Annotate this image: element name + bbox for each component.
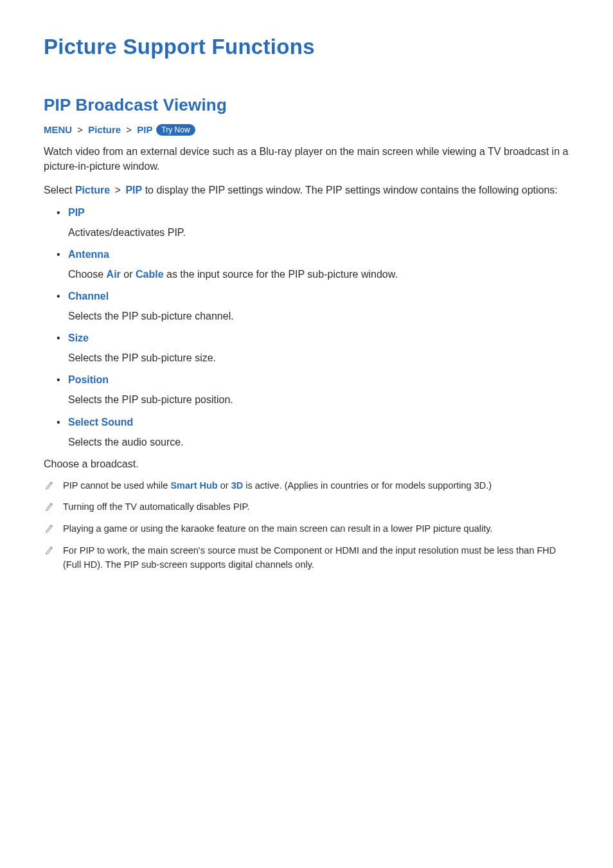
- text: or: [218, 480, 231, 491]
- keyword-smart-hub: Smart Hub: [170, 480, 217, 491]
- option-title: Channel: [68, 291, 573, 302]
- page-title: Picture Support Functions: [44, 35, 573, 59]
- option-description: Activates/deactivates PIP.: [68, 227, 186, 238]
- options-list: PIP Activates/deactivates PIP. Antenna C…: [44, 207, 573, 449]
- breadcrumb-item-pip: PIP: [137, 124, 152, 135]
- option-description: Selects the PIP sub-picture channel.: [68, 311, 234, 321]
- breadcrumb-separator: >: [123, 124, 134, 135]
- option-description: Selects the audio source.: [68, 437, 184, 448]
- section-title: PIP Broadcast Viewing: [44, 95, 573, 115]
- option-title: PIP: [68, 207, 573, 219]
- option-channel: Channel Selects the PIP sub-picture chan…: [59, 291, 573, 323]
- option-description: Choose Air or Cable as the input source …: [68, 269, 398, 280]
- option-description: Selects the PIP sub-picture position.: [68, 394, 233, 405]
- text: as the input source for the PIP sub-pict…: [164, 269, 398, 280]
- breadcrumb: MENU > Picture > PIP Try Now: [44, 124, 573, 136]
- note-text: Turning off the TV automatically disable…: [63, 500, 249, 514]
- intro-paragraph: Watch video from an external device such…: [44, 144, 573, 174]
- note-item: PIP cannot be used while Smart Hub or 3D…: [44, 479, 573, 493]
- text: to display the PIP settings window. The …: [142, 185, 558, 195]
- note-text: PIP cannot be used while Smart Hub or 3D…: [63, 479, 492, 493]
- try-now-button[interactable]: Try Now: [156, 124, 195, 136]
- keyword-air: Air: [107, 269, 121, 280]
- pencil-icon: [45, 545, 54, 555]
- option-size: Size Selects the PIP sub-picture size.: [59, 332, 573, 365]
- note-text: For PIP to work, the main screen's sourc…: [63, 544, 573, 572]
- keyword-cable: Cable: [136, 269, 164, 280]
- option-title: Antenna: [68, 249, 573, 260]
- pencil-icon: [45, 480, 54, 490]
- option-position: Position Selects the PIP sub-picture pos…: [59, 374, 573, 407]
- note-item: Playing a game or using the karaoke feat…: [44, 522, 573, 536]
- breadcrumb-item-menu: MENU: [44, 124, 72, 135]
- text: is active. (Applies in countries or for …: [243, 480, 492, 491]
- select-paragraph: Select Picture > PIP to display the PIP …: [44, 183, 573, 197]
- keyword-picture: Picture: [75, 185, 110, 195]
- option-pip: PIP Activates/deactivates PIP.: [59, 207, 573, 240]
- document-page: Picture Support Functions PIP Broadcast …: [0, 0, 613, 605]
- pencil-icon: [45, 501, 54, 511]
- notes-list: PIP cannot be used while Smart Hub or 3D…: [44, 479, 573, 572]
- pencil-icon: [45, 523, 54, 533]
- breadcrumb-item-picture: Picture: [88, 124, 121, 135]
- breadcrumb-separator: >: [75, 124, 85, 135]
- option-select-sound: Select Sound Selects the audio source.: [59, 417, 573, 449]
- note-item: For PIP to work, the main screen's sourc…: [44, 544, 573, 572]
- option-title: Position: [68, 374, 573, 386]
- breadcrumb-separator: >: [110, 185, 125, 195]
- option-antenna: Antenna Choose Air or Cable as the input…: [59, 249, 573, 282]
- option-title: Select Sound: [68, 417, 573, 428]
- note-item: Turning off the TV automatically disable…: [44, 500, 573, 514]
- text: Select: [44, 185, 75, 195]
- keyword-pip: PIP: [125, 185, 142, 195]
- keyword-3d: 3D: [231, 480, 244, 491]
- text: Choose: [68, 269, 107, 280]
- note-text: Playing a game or using the karaoke feat…: [63, 522, 492, 536]
- text: or: [121, 269, 136, 280]
- option-title: Size: [68, 332, 573, 344]
- text: PIP cannot be used while: [63, 480, 170, 491]
- option-description: Selects the PIP sub-picture size.: [68, 352, 216, 363]
- after-list-text: Choose a broadcast.: [44, 458, 573, 470]
